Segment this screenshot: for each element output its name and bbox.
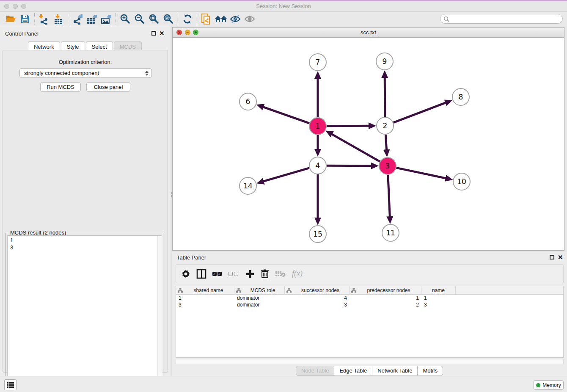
float-panel-icon[interactable] bbox=[151, 31, 156, 36]
table-cell[interactable]: 4 bbox=[285, 295, 350, 301]
table-row[interactable]: 3dominator323 bbox=[176, 301, 563, 308]
edge-2-to-8[interactable] bbox=[394, 102, 446, 122]
graph-node-2[interactable]: 2 bbox=[376, 117, 394, 135]
attribute-tree-icon bbox=[351, 288, 356, 293]
table-cell[interactable]: 2 bbox=[350, 301, 421, 308]
table-cell[interactable]: dominator bbox=[234, 295, 285, 301]
zoom-out-icon[interactable] bbox=[132, 13, 147, 25]
table-panel-title: Table Panel bbox=[177, 254, 206, 261]
edge-3-to-11[interactable] bbox=[388, 175, 390, 217]
close-panel-button[interactable]: Close panel bbox=[86, 82, 130, 92]
export-network-icon[interactable] bbox=[70, 13, 85, 25]
zoom-fit-icon[interactable] bbox=[147, 13, 161, 25]
tab-node-table[interactable]: Node Table bbox=[296, 366, 335, 376]
mcds-result-text[interactable]: 1 3 bbox=[7, 235, 162, 392]
search-input[interactable] bbox=[440, 14, 563, 24]
status-bar: Memory bbox=[0, 376, 567, 392]
network-window-title: scc.txt bbox=[173, 29, 564, 36]
import-table-icon[interactable] bbox=[51, 13, 66, 25]
task-history-button[interactable] bbox=[4, 379, 17, 390]
column-header-successor-nodes[interactable]: successor nodes bbox=[285, 286, 350, 295]
edge-4-to-3[interactable] bbox=[327, 166, 372, 166]
clone-network-icon[interactable] bbox=[199, 13, 214, 25]
add-column-icon[interactable] bbox=[245, 268, 255, 280]
refresh-icon[interactable] bbox=[180, 13, 195, 25]
column-header-name[interactable]: name bbox=[421, 286, 456, 295]
run-mcds-button[interactable]: Run MCDS bbox=[40, 82, 81, 92]
criterion-dropdown[interactable]: strongly connected component bbox=[19, 68, 152, 78]
table-options-gear-icon[interactable] bbox=[181, 268, 190, 280]
graph-edges bbox=[173, 38, 564, 250]
mcds-result-title: MCDS result (2 nodes) bbox=[8, 229, 68, 236]
export-image-icon[interactable] bbox=[99, 13, 113, 25]
show-columns-icon[interactable] bbox=[196, 268, 206, 280]
column-header-predecessor-nodes[interactable]: predecessor nodes bbox=[350, 286, 421, 295]
network-canvas[interactable]: 7968124314101511 bbox=[173, 38, 564, 250]
delete-column-trash-icon[interactable] bbox=[261, 268, 269, 280]
app-window: Session: New Session bbox=[0, 0, 567, 392]
export-table-icon[interactable] bbox=[85, 13, 99, 25]
attribute-tree-icon bbox=[178, 288, 183, 293]
edge-1-to-2[interactable] bbox=[327, 126, 369, 126]
tab-network-table[interactable]: Network Table bbox=[372, 366, 418, 376]
table-panel: Table Panel ✕ ✓✓ bbox=[172, 252, 567, 376]
close-panel-icon[interactable]: ✕ bbox=[159, 30, 165, 37]
table-cell[interactable]: 1 bbox=[176, 295, 234, 301]
table-cell[interactable]: 3 bbox=[285, 301, 350, 308]
memory-button[interactable]: Memory bbox=[534, 380, 564, 390]
tab-motifs[interactable]: Motifs bbox=[418, 366, 443, 376]
graph-node-14[interactable]: 14 bbox=[239, 177, 257, 195]
node-table[interactable]: shared nameMCDS rolesuccessor nodesprede… bbox=[176, 286, 564, 358]
table-tabs: Node TableEdge TableNetwork TableMotifs bbox=[172, 366, 567, 376]
edge-4-to-14[interactable] bbox=[263, 168, 309, 182]
graph-node-3[interactable]: 3 bbox=[379, 157, 396, 175]
column-header-MCDS-role[interactable]: MCDS role bbox=[234, 286, 285, 295]
graph-node-9[interactable]: 9 bbox=[376, 52, 394, 70]
graph-node-8[interactable]: 8 bbox=[452, 88, 470, 106]
search-icon bbox=[443, 16, 449, 22]
graph-node-1[interactable]: 1 bbox=[309, 117, 327, 135]
edge-3-to-10[interactable] bbox=[396, 168, 446, 178]
table-row[interactable]: 1dominator411 bbox=[176, 295, 563, 301]
select-all-checkboxes-icon[interactable]: ✓✓ bbox=[212, 268, 223, 280]
edge-3-to-1[interactable] bbox=[331, 134, 380, 161]
zoom-selected-icon[interactable] bbox=[161, 13, 176, 25]
graph-node-4[interactable]: 4 bbox=[309, 157, 327, 174]
graph-node-6[interactable]: 6 bbox=[239, 93, 257, 110]
open-session-icon[interactable] bbox=[3, 13, 18, 25]
table-cell[interactable]: dominator bbox=[234, 301, 285, 308]
hide-selected-icon[interactable] bbox=[228, 13, 242, 25]
graph-node-15[interactable]: 15 bbox=[309, 225, 327, 243]
table-body: 1dominator4113dominator323 bbox=[176, 295, 563, 308]
optimization-criterion-label: Optimization criterion: bbox=[3, 59, 168, 65]
column-header-shared-name[interactable]: shared name bbox=[176, 286, 234, 295]
first-neighbors-icon[interactable] bbox=[214, 13, 228, 25]
table-horizontal-scrollbar[interactable] bbox=[176, 359, 564, 364]
save-session-icon[interactable] bbox=[18, 13, 32, 25]
memory-status-icon bbox=[536, 383, 540, 387]
mcds-tab-pane: Optimization criterion: strongly connect… bbox=[3, 50, 168, 373]
edge-2-to-3[interactable] bbox=[385, 135, 386, 150]
table-toolbar: ✓✓ f(x) bbox=[176, 264, 564, 283]
table-cell[interactable]: 3 bbox=[421, 301, 456, 308]
table-close-icon[interactable]: ✕ bbox=[558, 254, 563, 261]
table-float-icon[interactable] bbox=[550, 255, 554, 259]
edge-2-to-9[interactable] bbox=[385, 77, 385, 117]
control-panel: Control Panel ✕ NetworkStyleSelectMCDS O… bbox=[0, 26, 171, 376]
window-edge-accent bbox=[0, 0, 567, 1]
graph-node-7[interactable]: 7 bbox=[309, 53, 327, 71]
tab-edge-table[interactable]: Edge Table bbox=[334, 366, 372, 376]
table-cell[interactable]: 1 bbox=[421, 295, 456, 301]
table-cell[interactable]: 3 bbox=[176, 301, 234, 308]
table-header-row: shared nameMCDS rolesuccessor nodesprede… bbox=[176, 286, 563, 295]
graph-node-11[interactable]: 11 bbox=[382, 224, 399, 242]
graph-node-10[interactable]: 10 bbox=[453, 173, 471, 190]
table-cell[interactable]: 1 bbox=[350, 295, 421, 301]
import-network-icon[interactable] bbox=[37, 13, 51, 25]
edge-1-to-6[interactable] bbox=[263, 107, 309, 123]
zoom-in-icon[interactable] bbox=[118, 13, 132, 25]
result-scrollbar[interactable] bbox=[157, 236, 161, 392]
network-window-titlebar[interactable]: x − + scc.txt bbox=[173, 28, 564, 38]
deselect-all-checkboxes-icon[interactable] bbox=[228, 268, 239, 280]
mcds-result-group: MCDS result (2 nodes) 1 3 bbox=[6, 233, 163, 392]
